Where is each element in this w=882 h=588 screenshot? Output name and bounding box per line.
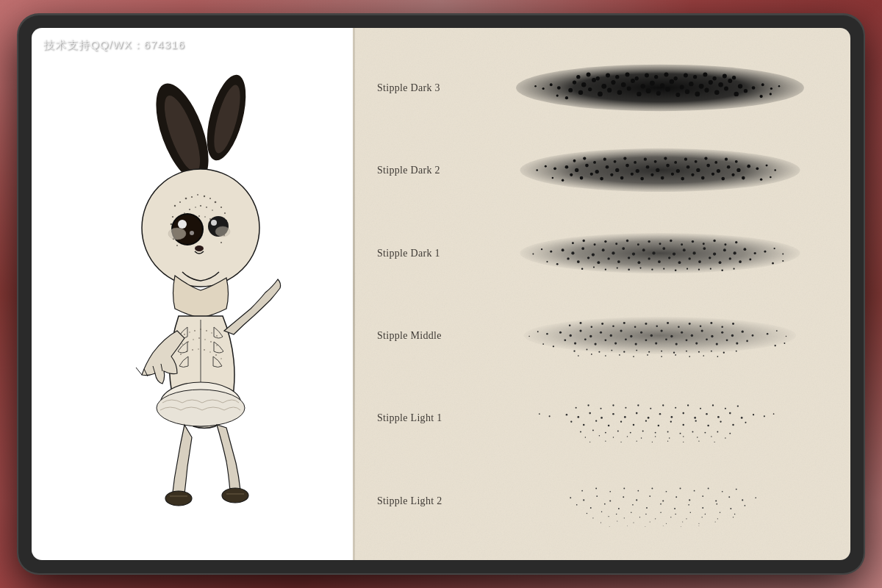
svg-point-535 — [698, 523, 699, 523]
svg-point-237 — [587, 257, 589, 259]
svg-point-83 — [573, 81, 576, 85]
svg-point-372 — [723, 352, 725, 354]
svg-point-420 — [612, 405, 614, 406]
svg-point-298 — [589, 335, 592, 337]
svg-point-222 — [632, 252, 635, 255]
svg-point-188 — [583, 157, 586, 160]
svg-point-502 — [666, 491, 667, 492]
svg-point-334 — [569, 325, 571, 327]
svg-point-224 — [652, 251, 655, 254]
svg-point-130 — [674, 76, 678, 80]
brush-row-stipple-dark-2: Stipple Dark 2 — [377, 132, 836, 209]
brush-row-stipple-dark-3: Stipple Dark 3 — [377, 50, 836, 126]
svg-point-71 — [204, 339, 206, 340]
brush-label-stipple-dark-2: Stipple Dark 2 — [377, 165, 473, 176]
svg-point-362 — [598, 351, 600, 353]
svg-point-296 — [570, 334, 572, 337]
svg-point-320 — [614, 343, 617, 345]
svg-point-60 — [184, 334, 185, 335]
svg-point-135 — [723, 74, 727, 79]
svg-point-529 — [600, 522, 601, 523]
svg-point-489 — [660, 503, 662, 505]
svg-point-69 — [193, 339, 194, 340]
svg-point-389 — [612, 413, 614, 415]
svg-point-146 — [556, 95, 559, 97]
svg-point-72 — [210, 341, 212, 343]
svg-point-258 — [615, 243, 617, 245]
svg-point-378 — [633, 356, 634, 357]
svg-point-361 — [587, 349, 588, 351]
svg-point-192 — [623, 157, 626, 160]
svg-point-203 — [735, 160, 738, 163]
svg-point-159 — [656, 168, 659, 172]
svg-point-115 — [704, 88, 709, 93]
svg-point-277 — [546, 261, 548, 262]
svg-point-464 — [667, 441, 668, 442]
svg-point-78 — [204, 349, 205, 351]
svg-point-438 — [617, 431, 619, 432]
svg-point-176 — [640, 177, 644, 181]
svg-point-255 — [583, 240, 585, 242]
svg-point-446 — [717, 431, 718, 433]
svg-point-217 — [581, 247, 584, 250]
svg-point-143 — [770, 87, 772, 90]
svg-point-211 — [552, 177, 554, 179]
svg-point-179 — [671, 173, 674, 176]
svg-point-177 — [650, 173, 653, 176]
svg-point-65 — [211, 332, 212, 334]
svg-point-226 — [673, 252, 675, 255]
svg-point-521 — [624, 517, 625, 518]
svg-point-513 — [660, 512, 661, 512]
svg-point-350 — [546, 333, 548, 335]
svg-point-416 — [745, 422, 746, 423]
svg-point-471 — [609, 500, 611, 501]
svg-point-499 — [623, 487, 625, 489]
svg-point-268 — [724, 243, 726, 245]
svg-point-335 — [580, 322, 582, 324]
svg-point-165 — [717, 169, 720, 173]
svg-point-194 — [644, 158, 647, 161]
svg-point-220 — [612, 251, 614, 254]
svg-point-299 — [600, 331, 602, 334]
svg-point-42 — [190, 231, 194, 235]
svg-point-232 — [734, 251, 736, 254]
svg-point-178 — [661, 176, 664, 180]
svg-point-207 — [756, 168, 759, 171]
svg-point-101 — [568, 88, 573, 93]
svg-point-47 — [215, 226, 230, 237]
svg-point-228 — [692, 251, 695, 254]
svg-point-402 — [570, 421, 572, 423]
svg-point-157 — [636, 169, 639, 173]
svg-point-11 — [204, 196, 205, 197]
svg-point-155 — [615, 168, 619, 172]
svg-point-80 — [215, 354, 217, 356]
svg-point-442 — [667, 431, 669, 433]
svg-point-336 — [591, 326, 593, 329]
svg-point-302 — [630, 335, 632, 337]
svg-point-13 — [215, 201, 217, 204]
svg-point-153 — [595, 170, 599, 173]
svg-point-291 — [710, 268, 711, 269]
svg-point-387 — [589, 412, 591, 415]
svg-point-14 — [220, 207, 222, 208]
svg-point-88 — [621, 82, 626, 87]
svg-point-163 — [696, 168, 700, 172]
svg-point-417 — [576, 407, 577, 409]
svg-point-44 — [211, 220, 217, 226]
svg-point-173 — [610, 173, 613, 176]
svg-point-540 — [663, 526, 664, 526]
svg-point-473 — [636, 499, 637, 501]
svg-point-486 — [618, 508, 620, 509]
svg-point-61 — [189, 331, 190, 333]
svg-point-267 — [713, 240, 715, 242]
svg-point-125 — [625, 73, 630, 77]
svg-point-8 — [185, 198, 187, 200]
svg-point-480 — [728, 496, 730, 498]
svg-point-26 — [189, 209, 190, 210]
svg-point-198 — [684, 158, 687, 161]
svg-point-286 — [651, 268, 653, 270]
svg-point-151 — [575, 168, 578, 172]
svg-point-509 — [601, 511, 602, 512]
svg-point-427 — [700, 408, 701, 409]
svg-point-260 — [637, 243, 639, 245]
